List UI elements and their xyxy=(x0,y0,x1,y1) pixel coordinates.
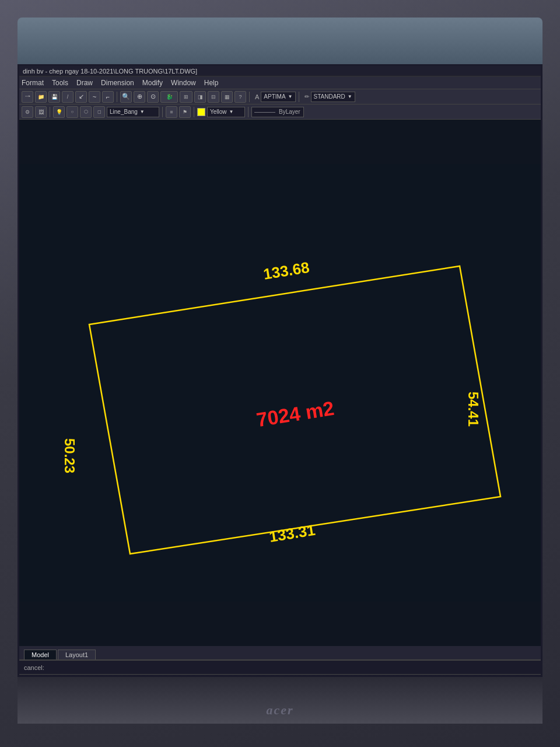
menu-draw[interactable]: Draw xyxy=(76,79,93,87)
style-name-label: STANDARD xyxy=(314,93,345,100)
monitor-bottom-bezel: acer xyxy=(18,677,542,724)
toolbar-btn-5[interactable]: ↙ xyxy=(75,91,87,103)
toolbar-btn-6[interactable]: ~ xyxy=(89,91,100,103)
toolbar-btn-9[interactable]: ⊕ xyxy=(134,91,145,103)
above-screen-area xyxy=(18,18,542,64)
menu-tools[interactable]: Tools xyxy=(52,79,68,87)
font-dropdown[interactable]: APTIMA ▼ xyxy=(261,92,295,102)
toolbar-btn-12[interactable]: ⊞ xyxy=(180,91,192,103)
layer-dropdown[interactable]: Line_Bang ▼ xyxy=(107,107,159,117)
screen-wrapper: dinh bv - chep ngay 18-10-2021\LONG TRUO… xyxy=(18,64,542,677)
toolbar-btn-10[interactable]: ⊙ xyxy=(147,91,159,103)
toolbar-btn-13[interactable]: ◨ xyxy=(194,91,206,103)
menu-modify[interactable]: Modify xyxy=(142,79,163,87)
sep-3 xyxy=(299,92,299,102)
sep-5 xyxy=(162,107,163,117)
toolbar-btn-11[interactable]: 🐉 xyxy=(160,91,178,103)
toolbar-row-1: ⭢ 📁 💾 / ↙ ~ ⌐ 🔍 ⊕ ⊙ 🐉 ⊞ ◨ ⊟ ▦ ? A xyxy=(19,89,541,104)
monitor-outer: dinh bv - chep ngay 18-10-2021\LONG TRUO… xyxy=(0,0,560,747)
toolbar2-btn-6[interactable]: ◻ xyxy=(93,106,105,118)
toolbar2-btn-8[interactable]: ⚑ xyxy=(179,106,191,118)
linetype-line: ———— xyxy=(254,109,275,115)
toolbar2-btn-3[interactable]: 💡 xyxy=(53,106,65,118)
toolbar2-btn-7[interactable]: ≡ xyxy=(166,106,177,118)
right-width-label: 54.41 xyxy=(466,392,481,427)
sep-2 xyxy=(249,92,250,102)
command-bar: cancel: xyxy=(19,660,542,674)
linetype-label: ByLayer xyxy=(279,109,300,115)
toolbar2-btn-5[interactable]: ⬡ xyxy=(80,106,92,118)
toolbar-btn-16[interactable]: ? xyxy=(235,91,246,103)
menu-bar: Format Tools Draw Dimension Modify Windo… xyxy=(19,76,541,89)
menu-help[interactable]: Help xyxy=(204,79,219,87)
sep-4 xyxy=(50,107,50,117)
sep-6 xyxy=(194,107,194,117)
left-width-label: 50.23 xyxy=(62,438,78,473)
title-bar: dinh bv - chep ngay 18-10-2021\LONG TRUO… xyxy=(19,66,541,76)
layer-name-label: Line_Bang xyxy=(110,109,138,115)
toolbar-btn-new[interactable]: ⭢ xyxy=(22,91,33,103)
toolbar-row-2: ⚙ 🖼 💡 ○ ⬡ ◻ Line_Bang ▼ ≡ ⚑ Yel xyxy=(19,104,541,120)
toolbar-btn-7[interactable]: ⌐ xyxy=(102,91,114,103)
tab-layout1[interactable]: Layout1 xyxy=(58,650,96,659)
toolbar-btn-save[interactable]: 💾 xyxy=(48,91,60,103)
toolbar-btn-15[interactable]: ▦ xyxy=(221,91,233,103)
status-bar: → X xyxy=(19,674,542,677)
toolbar-btn-open[interactable]: 📁 xyxy=(35,91,47,103)
font-name-label: APTIMA xyxy=(264,93,285,100)
command-text: cancel: xyxy=(24,664,44,671)
color-dropdown[interactable]: Yellow ▼ xyxy=(207,107,245,117)
color-dropdown-arrow: ▼ xyxy=(229,109,234,114)
title-bar-text: dinh bv - chep ngay 18-10-2021\LONG TRUO… xyxy=(23,68,197,75)
canvas-area: 133.68 133.31 54.41 50.23 7024 m2 xyxy=(19,120,542,646)
toolbar2-btn-2[interactable]: 🖼 xyxy=(35,106,47,118)
linetype-dropdown[interactable]: ———— ByLayer xyxy=(251,107,304,117)
canvas-svg: 133.68 133.31 54.41 50.23 7024 m2 xyxy=(19,120,542,646)
toolbar2-btn-1[interactable]: ⚙ xyxy=(22,106,33,118)
sep-7 xyxy=(248,107,249,117)
toolbar-btn-8[interactable]: 🔍 xyxy=(120,91,132,103)
toolbar2-btn-4[interactable]: ○ xyxy=(66,106,78,118)
layer-dropdown-arrow: ▼ xyxy=(140,109,145,114)
menu-window[interactable]: Window xyxy=(171,79,196,87)
toolbar-btn-print[interactable]: / xyxy=(62,91,74,103)
color-name-label: Yellow xyxy=(210,109,227,115)
color-swatch[interactable] xyxy=(197,108,205,116)
style-dropdown-arrow: ▼ xyxy=(348,94,352,99)
menu-format[interactable]: Format xyxy=(22,79,44,87)
screen: dinh bv - chep ngay 18-10-2021\LONG TRUO… xyxy=(18,64,542,677)
font-icon: A xyxy=(255,93,259,100)
brand-label: acer xyxy=(266,703,293,718)
menu-dimension[interactable]: Dimension xyxy=(101,79,134,87)
font-dropdown-arrow: ▼ xyxy=(288,94,293,99)
tab-model[interactable]: Model xyxy=(24,650,57,659)
toolbar-btn-14[interactable]: ⊟ xyxy=(208,91,219,103)
style-icon: ✏ xyxy=(304,93,309,100)
sep-1 xyxy=(117,92,117,102)
tab-bar: Model Layout1 xyxy=(19,646,542,660)
arrow-x-label: → X xyxy=(24,677,37,678)
style-dropdown[interactable]: STANDARD ▼ xyxy=(311,92,355,102)
